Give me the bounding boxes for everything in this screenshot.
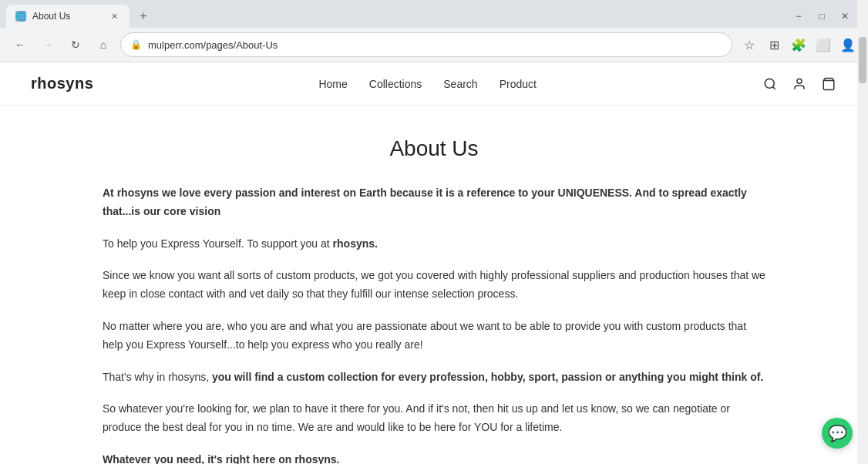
- page-title: About Us: [31, 136, 837, 161]
- about-para2: To help you Express Yourself. To support…: [103, 235, 765, 254]
- chat-widget[interactable]: 💬: [822, 418, 853, 449]
- browser-tabs: 🌐 About Us ✕ + − □ ✕: [0, 0, 868, 28]
- about-para5: That's why in rhosyns, you will find a c…: [103, 368, 765, 387]
- browser-tab-active[interactable]: 🌐 About Us ✕: [6, 5, 130, 28]
- close-button[interactable]: ✕: [834, 5, 856, 27]
- about-content: At rhosyns we love every passion and int…: [103, 184, 765, 464]
- page-title-section: About Us: [31, 106, 837, 184]
- minimize-button[interactable]: −: [788, 5, 809, 27]
- about-para7: Whatever you need, it's right here on rh…: [103, 451, 765, 464]
- browser-toolbar: ← → ↻ ⌂ 🔒 ☆ ⊞ 🧩 ⬜ 👤: [0, 28, 868, 62]
- search-icon[interactable]: [762, 76, 779, 92]
- about-para6: So whatever you're looking for, we plan …: [103, 400, 765, 437]
- svg-point-0: [765, 79, 774, 88]
- address-bar[interactable]: [148, 39, 722, 51]
- scrollbar-track: [857, 0, 868, 464]
- maximize-button[interactable]: □: [811, 5, 833, 27]
- address-icon: 🔒: [130, 39, 142, 50]
- about-para4: No matter where you are, who you are and…: [103, 318, 765, 355]
- svg-point-2: [797, 79, 802, 83]
- site-header: rhosyns Home Collections Search Product: [0, 62, 868, 106]
- header-icons: [762, 76, 837, 92]
- extensions-button[interactable]: ⊞: [763, 34, 785, 55]
- site-nav: Home Collections Search Product: [318, 78, 536, 90]
- address-bar-container[interactable]: 🔒: [120, 32, 732, 57]
- profile-button[interactable]: 👤: [837, 34, 859, 55]
- reload-button[interactable]: ↻: [65, 34, 86, 55]
- browser-chrome: 🌐 About Us ✕ + − □ ✕ ← → ↻ ⌂ 🔒 ☆ ⊞ 🧩 ⬜ 👤: [0, 0, 868, 62]
- forward-button[interactable]: →: [37, 34, 59, 55]
- scrollbar-thumb[interactable]: [859, 37, 866, 83]
- nav-product[interactable]: Product: [500, 78, 537, 90]
- svg-line-1: [772, 86, 775, 89]
- window-controls: − □ ✕: [788, 5, 856, 27]
- nav-collections[interactable]: Collections: [369, 78, 422, 90]
- nav-search[interactable]: Search: [443, 78, 477, 90]
- account-icon[interactable]: [791, 76, 808, 92]
- about-para3: Since we know you want all sorts of cust…: [103, 267, 765, 304]
- site-main: About Us At rhosyns we love every passio…: [0, 106, 868, 464]
- back-button[interactable]: ←: [9, 34, 31, 55]
- about-para5-prefix: That's why in rhosyns,: [103, 371, 212, 383]
- puzzle-button[interactable]: 🧩: [788, 34, 809, 55]
- about-para1: At rhosyns we love every passion and int…: [103, 184, 765, 221]
- cast-button[interactable]: ⬜: [812, 34, 834, 55]
- tab-title: About Us: [32, 11, 102, 22]
- bookmark-button[interactable]: ☆: [738, 34, 760, 55]
- toolbar-right-buttons: ☆ ⊞ 🧩 ⬜ 👤: [738, 34, 859, 55]
- site-logo[interactable]: rhosyns: [31, 75, 93, 92]
- tab-close-button[interactable]: ✕: [108, 10, 120, 22]
- new-tab-button[interactable]: +: [133, 5, 154, 27]
- about-para5-bold: you will find a custom collection for ev…: [212, 371, 763, 383]
- home-button[interactable]: ⌂: [93, 34, 114, 55]
- nav-home[interactable]: Home: [318, 78, 347, 90]
- cart-icon[interactable]: [820, 76, 837, 92]
- tab-favicon: 🌐: [15, 11, 26, 22]
